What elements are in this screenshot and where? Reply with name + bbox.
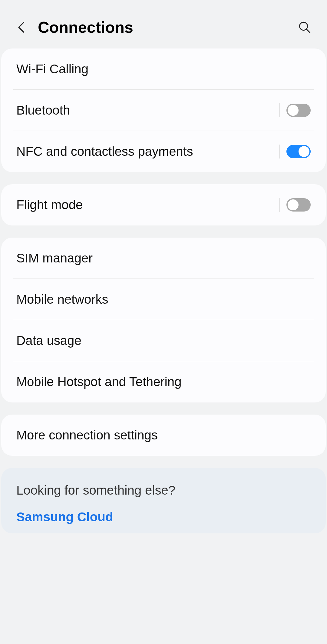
header: Connections xyxy=(0,0,327,48)
toggle-wrap xyxy=(279,103,311,117)
row-label: Wi-Fi Calling xyxy=(16,62,311,76)
settings-group-2: Flight mode xyxy=(1,184,326,225)
svg-point-0 xyxy=(299,22,307,30)
svg-line-1 xyxy=(307,29,310,33)
data-usage-row[interactable]: Data usage xyxy=(1,320,326,361)
row-label: Data usage xyxy=(16,333,311,348)
discover-title: Looking for something else? xyxy=(16,483,311,498)
mobile-hotspot-row[interactable]: Mobile Hotspot and Tethering xyxy=(1,361,326,402)
bluetooth-toggle[interactable] xyxy=(286,104,311,117)
row-label: Flight mode xyxy=(16,198,279,212)
divider xyxy=(279,198,280,212)
settings-group-1: Wi-Fi Calling Bluetooth NFC and contactl… xyxy=(1,48,326,172)
sim-manager-row[interactable]: SIM manager xyxy=(1,238,326,279)
search-icon[interactable] xyxy=(297,20,312,35)
samsung-cloud-link[interactable]: Samsung Cloud xyxy=(16,510,311,524)
divider xyxy=(279,103,280,117)
more-connection-settings-row[interactable]: More connection settings xyxy=(1,415,326,456)
divider xyxy=(279,145,280,158)
settings-group-4: More connection settings xyxy=(1,415,326,456)
row-label: NFC and contactless payments xyxy=(16,144,279,159)
row-label: Bluetooth xyxy=(16,103,279,118)
bluetooth-row[interactable]: Bluetooth xyxy=(1,90,326,131)
row-label: Mobile Hotspot and Tethering xyxy=(16,375,311,389)
page-title: Connections xyxy=(38,18,287,36)
mobile-networks-row[interactable]: Mobile networks xyxy=(1,279,326,320)
wifi-calling-row[interactable]: Wi-Fi Calling xyxy=(1,48,326,90)
nfc-row[interactable]: NFC and contactless payments xyxy=(1,131,326,172)
row-label: SIM manager xyxy=(16,251,311,265)
nfc-toggle[interactable] xyxy=(286,145,311,158)
settings-group-3: SIM manager Mobile networks Data usage M… xyxy=(1,238,326,402)
discover-card: Looking for something else? Samsung Clou… xyxy=(1,468,326,533)
flight-mode-toggle[interactable] xyxy=(286,198,311,212)
flight-mode-row[interactable]: Flight mode xyxy=(1,184,326,225)
toggle-wrap xyxy=(279,145,311,158)
row-label: More connection settings xyxy=(16,428,311,442)
back-icon[interactable] xyxy=(15,21,27,33)
toggle-wrap xyxy=(279,198,311,212)
row-label: Mobile networks xyxy=(16,292,311,307)
